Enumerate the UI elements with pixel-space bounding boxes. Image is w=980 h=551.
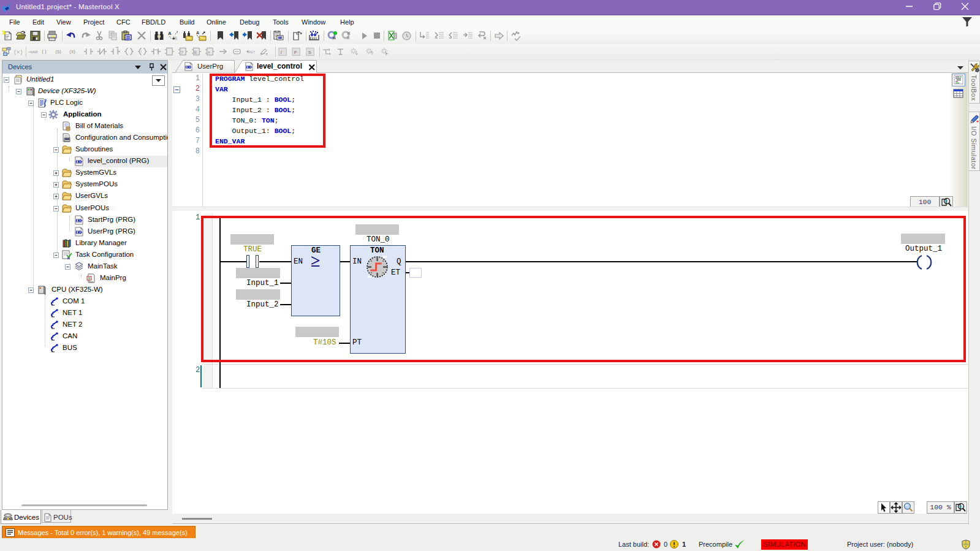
svg-text:/: / — [140, 50, 142, 54]
svg-text:RET: RET — [248, 50, 256, 54]
svg-text:P: P — [294, 50, 297, 55]
svg-text:⟨ ⟩: ⟨ ⟩ — [42, 49, 47, 55]
svg-text:A: A — [168, 31, 172, 36]
svg-text:?: ? — [181, 50, 184, 55]
svg-text:⟨X⟩: ⟨X⟩ — [69, 50, 75, 55]
svg-text:(×): (×) — [13, 50, 23, 56]
svg-text:×: × — [208, 50, 211, 55]
svg-text:⟨S⟩: ⟨S⟩ — [55, 50, 61, 55]
svg-text:=VAR: =VAR — [28, 50, 38, 54]
svg-text:A: A — [196, 31, 199, 35]
svg-text:E: E — [194, 50, 197, 55]
svg-text:S: S — [308, 50, 311, 55]
